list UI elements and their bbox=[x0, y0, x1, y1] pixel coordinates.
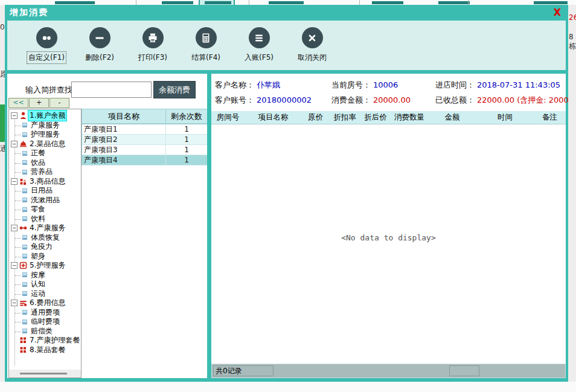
tree-child-item[interactable]: 零食 bbox=[9, 205, 81, 214]
grid-column-header[interactable]: 原价 bbox=[302, 112, 329, 123]
scrollbar-thumb[interactable] bbox=[20, 373, 67, 374]
custom-button[interactable]: 自定义(F1) bbox=[27, 27, 66, 63]
pinyin-search-input[interactable] bbox=[71, 82, 152, 98]
customer-field: 进店时间：2018-07-31 11:43:05 bbox=[435, 77, 569, 92]
balance-consume-button[interactable]: 余额消费 bbox=[153, 81, 196, 98]
tree-child-item[interactable]: 临时费项 bbox=[9, 317, 81, 327]
tree-expander-icon[interactable]: − bbox=[11, 112, 18, 119]
items-table-row[interactable]: 产康项目31 bbox=[82, 145, 207, 155]
close-icon[interactable]: X bbox=[554, 7, 561, 18]
item-name: 产康项目4 bbox=[82, 155, 166, 165]
field-value: 10006 bbox=[373, 80, 398, 89]
tree-item-label: 洗漱用品 bbox=[30, 195, 61, 205]
dialog-titlebar[interactable]: 增加消费 X bbox=[5, 5, 568, 21]
items-column-header[interactable]: 剩余次数 bbox=[166, 109, 207, 123]
tree-child-item[interactable]: 免疫力 bbox=[9, 242, 81, 252]
grid-column-header[interactable]: 消费数量 bbox=[391, 112, 428, 123]
grid-column-header[interactable]: 房间号 bbox=[211, 112, 245, 123]
leaf-bullet-icon bbox=[22, 291, 27, 296]
status-pager-box bbox=[449, 365, 479, 376]
tree-child-item[interactable]: 营养品 bbox=[9, 167, 81, 177]
tree-item-label: 产康服务 bbox=[30, 120, 61, 130]
background-app-right-strip: 26 8栋 bbox=[568, 5, 576, 382]
items-table: 项目名称剩余次数 产康项目11产康项目21产康项目31产康项目41 bbox=[82, 109, 207, 165]
tree-expander-icon[interactable]: − bbox=[11, 262, 18, 269]
add-consumption-dialog: 增加消费 X 自定义(F1)删除(F2)打印(F3)结算(F4)入账(F5)取消… bbox=[5, 5, 568, 382]
tree-child-item[interactable]: 塑身 bbox=[9, 252, 81, 262]
background-app-bottom-strip bbox=[0, 382, 576, 392]
tree-item[interactable]: −4.产康服务 bbox=[9, 223, 81, 233]
category-tree: −1.账户余额产康服务护理服务−2.菜品信息正餐饮品营养品−3.商品信息日用品洗… bbox=[9, 109, 81, 369]
tree-expander-icon[interactable]: − bbox=[11, 300, 18, 306]
tree-child-item[interactable]: 体质恢复 bbox=[9, 233, 81, 243]
tree-child-item[interactable]: 认知 bbox=[9, 280, 81, 289]
post-button[interactable]: 入账(F5) bbox=[239, 27, 279, 63]
dialog-title: 增加消费 bbox=[5, 7, 48, 18]
tree-child-item[interactable]: 产康服务 bbox=[9, 121, 81, 130]
tree-item[interactable]: 7.产康护理套餐 bbox=[9, 336, 81, 345]
tree-item[interactable]: −3.商品信息 bbox=[9, 177, 81, 187]
empty-grid-message: <No data to display> bbox=[211, 233, 566, 242]
record-icon bbox=[40, 32, 53, 44]
tree-child-item[interactable]: 饮品 bbox=[9, 158, 81, 168]
expand-all-button[interactable]: + bbox=[29, 98, 49, 108]
tree-item[interactable]: −5.护理服务 bbox=[9, 261, 81, 271]
tree-item[interactable]: −1.账户余额 bbox=[9, 111, 81, 121]
tree-item-label: 5.护理服务 bbox=[28, 260, 66, 271]
tree-child-item[interactable]: 按摩 bbox=[9, 271, 81, 280]
items-table-row[interactable]: 产康项目21 bbox=[82, 135, 207, 145]
minus-icon bbox=[94, 32, 106, 44]
tree-expander-icon[interactable]: − bbox=[11, 141, 18, 147]
grid-column-header[interactable]: 金额 bbox=[428, 112, 476, 123]
tree-item-label: 饮品 bbox=[30, 158, 46, 168]
items-table-row[interactable]: 产康项目41 bbox=[82, 155, 207, 165]
leaf-bullet-icon bbox=[22, 245, 27, 249]
leaf-bullet-icon bbox=[22, 170, 27, 175]
tree-child-item[interactable]: 饮料 bbox=[9, 214, 81, 224]
tree-child-item[interactable]: 赔偿类 bbox=[9, 327, 81, 336]
tree-child-item[interactable]: 护理服务 bbox=[9, 130, 81, 140]
tree-child-item[interactable]: 通用费项 bbox=[9, 308, 81, 318]
toolbar: 自定义(F1)删除(F2)打印(F3)结算(F4)入账(F5)取消关闭 bbox=[7, 21, 566, 70]
field-value: 20180000002 bbox=[257, 95, 312, 104]
leaf-bullet-icon bbox=[22, 188, 27, 193]
tree-child-item[interactable]: 运动 bbox=[9, 289, 81, 299]
tree-child-item[interactable]: 洗漱用品 bbox=[9, 196, 81, 205]
grid-column-header[interactable]: 折后价 bbox=[360, 112, 391, 123]
items-column-header[interactable]: 项目名称 bbox=[82, 109, 166, 123]
customer-field: 已收总额：22000.00 (含押金: 2000.00) bbox=[435, 92, 569, 108]
record-count: 共0记录 bbox=[213, 365, 274, 376]
grid-column-header[interactable]: 折扣率 bbox=[329, 112, 360, 123]
goods-icon bbox=[19, 178, 27, 185]
collapse-panel-button[interactable]: << bbox=[8, 98, 28, 108]
tree-item-label: 免疫力 bbox=[30, 242, 54, 252]
customer-field: 客户账号：20180000002 bbox=[215, 92, 331, 108]
tree-item[interactable]: −2.菜品信息 bbox=[9, 140, 81, 149]
field-value: 22000.00 (含押金: 2000.00) bbox=[477, 95, 569, 106]
tree-child-item[interactable]: 日用品 bbox=[9, 186, 81, 196]
grid-column-header[interactable]: 项目名称 bbox=[245, 112, 302, 123]
cancel-button[interactable]: 取消关闭 bbox=[292, 27, 332, 63]
customer-field: 客户名称：仆苹娥 bbox=[215, 77, 331, 92]
grid-column-header[interactable]: 时间 bbox=[476, 112, 534, 123]
customer-info: 客户名称：仆苹娥当前房号：10006进店时间：2018-07-31 11:43:… bbox=[211, 74, 566, 111]
tree-item-label: 1.账户余额 bbox=[28, 111, 66, 121]
item-remaining-count: 1 bbox=[166, 135, 207, 144]
tree-item-label: 正餐 bbox=[30, 148, 46, 158]
leaf-bullet-icon bbox=[22, 207, 27, 212]
leaf-bullet-icon bbox=[22, 216, 27, 221]
tree-item[interactable]: 8.菜品套餐 bbox=[9, 345, 81, 355]
tree-child-item[interactable]: 正餐 bbox=[9, 149, 81, 158]
print-button[interactable]: 打印(F3) bbox=[133, 27, 173, 63]
grid-column-header[interactable]: 备注 bbox=[534, 112, 566, 123]
tree-horizontal-scrollbar[interactable] bbox=[9, 370, 81, 378]
settle-button[interactable]: 结算(F4) bbox=[186, 27, 226, 63]
items-table-row[interactable]: 产康项目11 bbox=[82, 124, 207, 135]
tree-item[interactable]: −6.费用信息 bbox=[9, 298, 81, 308]
tree-item-label: 饮料 bbox=[30, 214, 46, 224]
delete-button[interactable]: 删除(F2) bbox=[80, 27, 120, 63]
tree-expander-icon[interactable]: − bbox=[11, 225, 18, 231]
tree-expander-icon[interactable]: − bbox=[11, 178, 18, 185]
collapse-all-button[interactable]: - bbox=[50, 98, 69, 108]
background-text: 8栋 bbox=[569, 33, 576, 51]
